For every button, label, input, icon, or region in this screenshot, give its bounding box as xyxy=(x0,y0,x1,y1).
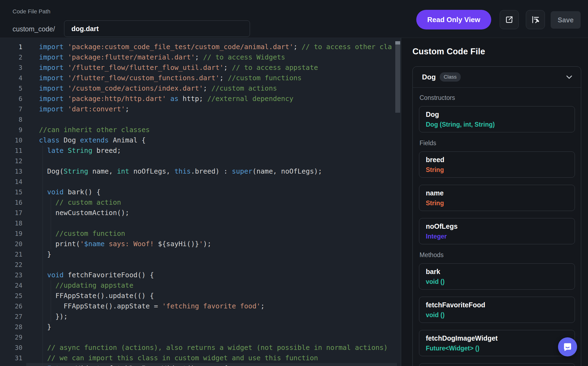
member-type: Dog (String, int, String) xyxy=(426,121,568,128)
code-line-20: print('$name says: Woof! ${sayHi()}'); xyxy=(39,239,392,249)
line-number: 19 xyxy=(0,228,22,239)
code-line-17: newCustomAction(); xyxy=(39,208,392,218)
open-in-new-window-icon xyxy=(505,15,514,24)
member-name: noOfLegs xyxy=(426,222,568,230)
line-number: 15 xyxy=(0,187,22,197)
section-label-methods: Methods xyxy=(420,251,575,258)
code-line-25: FFAppState().update(() { xyxy=(39,291,392,301)
member-type: void () xyxy=(426,311,568,319)
line-number: 12 xyxy=(0,156,22,166)
code-line-24: //updating appstate xyxy=(39,280,392,291)
line-number: 25 xyxy=(0,291,22,301)
code-line-23: void fetchFavoriteFood() { xyxy=(39,270,392,280)
code-line-1: import 'package:custom_code_file_test/cu… xyxy=(39,42,392,52)
line-number: 1 xyxy=(0,42,22,52)
chat-launcher-button[interactable] xyxy=(558,337,577,356)
line-number: 9 xyxy=(0,125,22,135)
save-button[interactable]: Save xyxy=(551,11,581,29)
code-line-31: // we can import this class in custom wi… xyxy=(39,353,392,363)
line-number: 17 xyxy=(0,208,22,218)
methods-card-fetchFavoriteFood[interactable]: fetchFavoriteFoodvoid () xyxy=(419,297,575,323)
member-name: bark xyxy=(426,268,568,276)
format-code-icon xyxy=(531,15,540,24)
line-number: 21 xyxy=(0,249,22,260)
code-line-21: } xyxy=(39,249,392,260)
code-line-15: void bark() { xyxy=(39,187,392,197)
line-number: 2 xyxy=(0,52,22,63)
class-outline-panel: Dog Class ConstructorsDogDog (String, in… xyxy=(412,66,581,366)
fields-card-breed[interactable]: breedString xyxy=(419,151,575,178)
line-number: 27 xyxy=(0,311,22,322)
indent-guide xyxy=(43,145,43,366)
code-line-16: // custom action xyxy=(39,197,392,208)
code-line-10: class Dog extends Animal { xyxy=(39,135,392,145)
code-line-2: import 'package:flutter/material.dart'; … xyxy=(39,52,392,63)
member-type: String xyxy=(426,166,568,174)
line-number: 18 xyxy=(0,218,22,228)
code-line-32: Future<Widget> fetchDogImageWidget() asy… xyxy=(39,363,392,366)
code-line-19: //custom function xyxy=(39,228,392,239)
line-number: 23 xyxy=(0,270,22,280)
member-type: Integer xyxy=(426,233,568,240)
class-badge: Class xyxy=(440,72,461,82)
code-line-7: import 'dart:convert'; xyxy=(39,104,392,114)
member-name: fetchFavoriteFood xyxy=(426,301,568,309)
editor-scrollbar-thumb[interactable] xyxy=(395,44,400,113)
code-line-22 xyxy=(39,260,392,270)
line-number: 13 xyxy=(0,166,22,177)
sidebar-title: Custom Code File xyxy=(412,47,485,56)
class-dropdown-header[interactable]: Dog Class xyxy=(413,67,581,88)
code-file-path-label: Code File Path xyxy=(13,8,50,15)
code-line-14 xyxy=(39,177,392,187)
code-line-28: } xyxy=(39,322,392,332)
line-number: 7 xyxy=(0,104,22,114)
methods-card-fetchDogImageWidget[interactable]: fetchDogImageWidgetFuture<Widget> () xyxy=(419,330,575,356)
fields-card-name[interactable]: nameString xyxy=(419,185,575,211)
method-card-partial[interactable] xyxy=(419,363,575,366)
code-line-4: import '/flutter_flow/custom_functions.d… xyxy=(39,73,392,83)
member-type: Future<Widget> () xyxy=(426,345,568,352)
open-in-new-window-button[interactable] xyxy=(500,10,519,29)
constructors-card-Dog[interactable]: DogDog (String, int, String) xyxy=(419,106,575,132)
line-number: 26 xyxy=(0,301,22,311)
code-line-18 xyxy=(39,218,392,228)
filename-input[interactable] xyxy=(64,20,250,37)
code-line-9: //can inherit other classes xyxy=(39,125,392,135)
line-number: 5 xyxy=(0,83,22,94)
fields-card-noOfLegs[interactable]: noOfLegsInteger xyxy=(419,218,575,244)
line-number: 4 xyxy=(0,73,22,83)
class-name: Dog xyxy=(422,73,436,81)
code-line-5: import '/custom_code/actions/index.dart'… xyxy=(39,83,392,94)
code-line-8 xyxy=(39,114,392,125)
line-number: 14 xyxy=(0,177,22,187)
code-line-12 xyxy=(39,156,392,166)
line-number: 32 xyxy=(0,363,22,366)
line-number: 6 xyxy=(0,94,22,104)
custom-code-file-panel: Custom Code File Dog Class ConstructorsD… xyxy=(401,38,588,366)
line-number: 22 xyxy=(0,260,22,270)
code-line-30: // async function (actions), also return… xyxy=(39,343,392,353)
member-name: name xyxy=(426,189,568,197)
read-only-view-button[interactable]: Read Only View xyxy=(416,10,491,29)
format-code-button[interactable] xyxy=(526,10,545,29)
line-number: 11 xyxy=(0,145,22,156)
line-number: 8 xyxy=(0,114,22,125)
line-number: 28 xyxy=(0,322,22,332)
code-lines: import 'package:custom_code_file_test/cu… xyxy=(39,42,392,366)
code-editor[interactable]: 1234567891011121314151617181920212223242… xyxy=(0,38,401,366)
section-label-fields: Fields xyxy=(420,139,575,147)
chevron-down-icon[interactable] xyxy=(565,73,573,81)
code-line-11: late String breed; xyxy=(39,145,392,156)
member-name: fetchDogImageWidget xyxy=(426,334,568,342)
line-number: 29 xyxy=(0,332,22,343)
path-prefix: custom_code/ xyxy=(13,25,55,33)
methods-card-bark[interactable]: barkvoid () xyxy=(419,263,575,290)
line-number: 16 xyxy=(0,197,22,208)
line-number: 20 xyxy=(0,239,22,249)
class-outline-body: ConstructorsDogDog (String, int, String)… xyxy=(413,88,581,366)
code-line-13: Dog(String name, int noOfLegs, this.bree… xyxy=(39,166,392,177)
code-line-26: FFAppState().appState = 'fetching favori… xyxy=(39,301,392,311)
line-number: 24 xyxy=(0,280,22,291)
indent-guide xyxy=(51,197,51,249)
code-line-27: }); xyxy=(39,311,392,322)
